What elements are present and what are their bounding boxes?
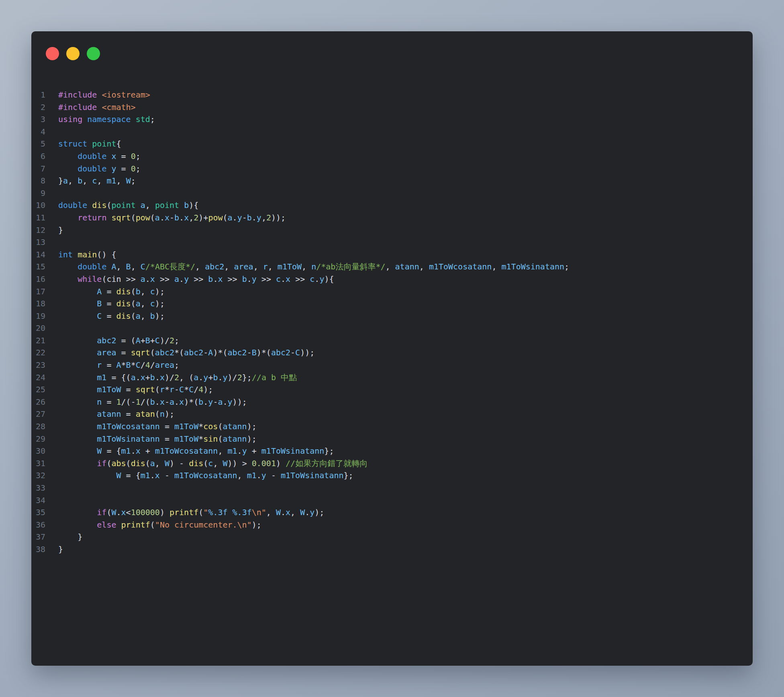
code-line: 23 r = A*B*C/4/area; [31,359,753,371]
code-line: 11 return sqrt(pow(a.x-b.x,2)+pow(a.y-b.… [31,212,753,224]
code-line: 28 m1ToWcosatann = m1ToW*cos(atann); [31,420,753,433]
code-line: 8}a, b, c, m1, W; [31,175,753,187]
code-line: 29 m1ToWsinatann = m1ToW*sin(atann); [31,433,753,445]
code-line: 32 W = {m1.x - m1ToWcosatann, m1.y - m1T… [31,469,753,482]
line-number: 16 [31,273,45,285]
code-line-content: double x = 0; [58,150,141,163]
code-line-content: m1 = {(a.x+b.x)/2, (a.y+b.y)/2};//a b 中點 [58,371,297,384]
line-number: 8 [31,175,45,187]
code-line-content: m1ToW = sqrt(r*r-C*C/4); [58,383,213,396]
line-number: 28 [31,420,45,433]
code-line: 37 } [31,531,753,543]
line-number: 13 [31,236,45,249]
code-line-content: int main() { [58,249,116,261]
code-line: 3using namespace std; [31,113,753,126]
line-number: 19 [31,310,45,322]
line-number: 22 [31,346,45,359]
code-line-content: double y = 0; [58,163,141,175]
line-number: 25 [31,383,45,396]
line-number: 24 [31,371,45,384]
code-line: 34 [31,494,753,507]
code-line-content: if(W.x<100000) printf("%.3f %.3f\n", W.x… [58,506,324,519]
line-number: 21 [31,334,45,347]
code-line: 10double dis(point a, point b){ [31,199,753,212]
line-number: 37 [31,531,45,543]
code-line: 25 m1ToW = sqrt(r*r-C*C/4); [31,383,753,396]
code-line: 31 if(abs(dis(a, W) - dis(c, W)) > 0.001… [31,457,753,470]
line-number: 30 [31,445,45,457]
code-line: 1#include <iostream> [31,89,753,101]
line-number: 20 [31,322,45,334]
code-line: 35 if(W.x<100000) printf("%.3f %.3f\n", … [31,506,753,519]
code-line: 6 double x = 0; [31,150,753,163]
code-line: 18 B = dis(a, c); [31,298,753,310]
code-line-content: m1ToWcosatann = m1ToW*cos(atann); [58,420,257,433]
line-number: 36 [31,519,45,531]
line-number: 9 [31,187,45,200]
line-number: 3 [31,113,45,126]
code-line: 14int main() { [31,249,753,261]
code-line-content: } [58,224,63,236]
window-titlebar [46,47,100,60]
line-number: 4 [31,126,45,138]
code-line-content: #include <iostream> [58,89,150,101]
code-editor-window: 1#include <iostream>2#include <cmath>3us… [31,31,753,666]
code-line-content: n = 1/(-1/(b.x-a.x)*(b.y-a.y)); [58,396,247,408]
code-line: 24 m1 = {(a.x+b.x)/2, (a.y+b.y)/2};//a b… [31,371,753,384]
code-line-content: W = {m1.x + m1ToWcosatann, m1.y + m1ToWs… [58,445,334,457]
code-line: 15 double A, B, C/*ABC長度*/, abc2, area, … [31,261,753,273]
line-number: 23 [31,359,45,371]
code-line-content: area = sqrt(abc2*(abc2-A)*(abc2-B)*(abc2… [58,346,314,359]
code-line: 19 C = dis(a, b); [31,310,753,322]
code-line-content: r = A*B*C/4/area; [58,359,179,371]
code-line-content: else printf("No circumcenter.\n"); [58,519,261,531]
code-line-content: } [58,543,63,556]
code-line: 26 n = 1/(-1/(b.x-a.x)*(b.y-a.y)); [31,396,753,408]
line-number: 29 [31,433,45,445]
code-line-content: abc2 = (A+B+C)/2; [58,334,179,347]
code-line: 17 A = dis(b, c); [31,285,753,298]
line-number: 32 [31,469,45,482]
line-number: 18 [31,298,45,310]
code-line-content: struct point{ [58,138,121,150]
code-line: 36 else printf("No circumcenter.\n"); [31,519,753,531]
code-line: 33 [31,482,753,494]
code-line-content: A = dis(b, c); [58,285,165,298]
code-line: 21 abc2 = (A+B+C)/2; [31,334,753,347]
code-line-content: atann = atan(n); [58,408,174,420]
line-number: 11 [31,212,45,224]
code-line: 30 W = {m1.x + m1ToWcosatann, m1.y + m1T… [31,445,753,457]
code-line: 12} [31,224,753,236]
minimize-icon[interactable] [66,47,80,60]
code-line-content: double A, B, C/*ABC長度*/, abc2, area, r, … [58,261,569,273]
code-line: 2#include <cmath> [31,101,753,114]
line-number: 17 [31,285,45,298]
code-line-content: C = dis(a, b); [58,310,165,322]
close-icon[interactable] [46,47,59,60]
line-number: 2 [31,101,45,114]
line-number: 12 [31,224,45,236]
code-line: 5struct point{ [31,138,753,150]
code-line-content: while(cin >> a.x >> a.y >> b.x >> b.y >>… [58,273,334,285]
code-line: 7 double y = 0; [31,163,753,175]
code-area: 1#include <iostream>2#include <cmath>3us… [31,89,753,556]
code-line-content: return sqrt(pow(a.x-b.x,2)+pow(a.y-b.y,2… [58,212,286,224]
code-line: 4 [31,126,753,138]
code-line: 9 [31,187,753,200]
zoom-icon[interactable] [87,47,100,60]
code-line-content: double dis(point a, point b){ [58,199,198,212]
code-line-content: #include <cmath> [58,101,136,114]
code-line: 20 [31,322,753,334]
code-line-content: }a, b, c, m1, W; [58,175,136,187]
line-number: 14 [31,249,45,261]
line-number: 15 [31,261,45,273]
code-line-content: using namespace std; [58,113,155,126]
line-number: 1 [31,89,45,101]
line-number: 10 [31,199,45,212]
line-number: 34 [31,494,45,507]
code-line: 22 area = sqrt(abc2*(abc2-A)*(abc2-B)*(a… [31,346,753,359]
line-number: 5 [31,138,45,150]
code-line-content: B = dis(a, c); [58,298,165,310]
code-line: 16 while(cin >> a.x >> a.y >> b.x >> b.y… [31,273,753,285]
line-number: 27 [31,408,45,420]
